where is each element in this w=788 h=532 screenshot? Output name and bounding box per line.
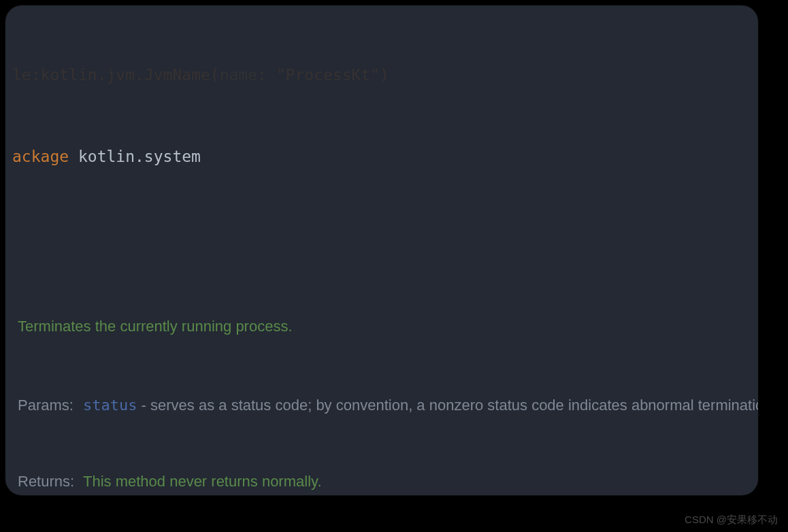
watermark: CSDN @安果移不动 <box>685 514 778 527</box>
doc-params-text: status - serves as a status code; by con… <box>83 393 758 418</box>
doc-description: Terminates the currently running process… <box>18 314 758 339</box>
doc-returns-text: This method never returns normally. <box>83 469 758 494</box>
doc-params-row: Params: status - serves as a status code… <box>18 393 758 418</box>
code-line-package: ackage kotlin.system <box>5 143 758 170</box>
code-line-annotation-top: le:kotlin.jvm.JvmName(name: "ProcessKt") <box>5 61 758 88</box>
doc-returns-row: Returns: This method never returns norma… <box>18 469 758 494</box>
editor-window: le:kotlin.jvm.JvmName(name: "ProcessKt")… <box>5 5 758 495</box>
doc-comment: Terminates the currently running process… <box>5 252 758 495</box>
code-editor[interactable]: le:kotlin.jvm.JvmName(name: "ProcessKt")… <box>5 5 758 495</box>
doc-params-label: Params: <box>18 393 83 418</box>
doc-returns-label: Returns: <box>18 469 83 494</box>
